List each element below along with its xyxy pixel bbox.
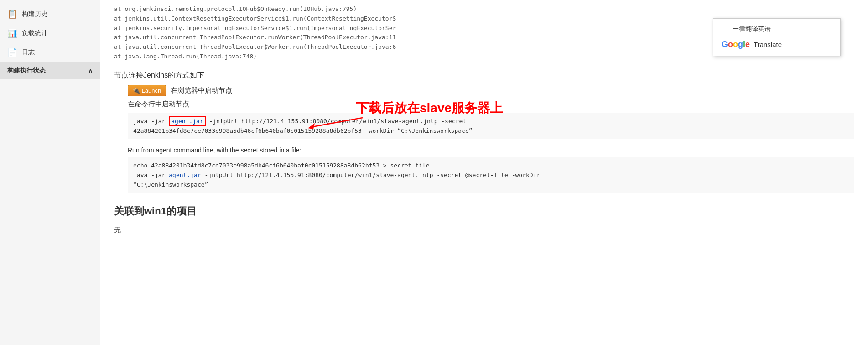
- chevron-up-icon: ∧: [88, 67, 93, 74]
- cmd-launch-text: 在命令行中启动节点: [128, 100, 189, 109]
- sidebar: 📋 构建历史 📊 负载统计 📄 日志 构建执行状态 ∧: [0, 0, 100, 345]
- sidebar-item-label: 构建历史: [22, 10, 47, 18]
- translate-branding: Google Translate: [722, 40, 832, 49]
- build-history-icon: 📋: [7, 9, 17, 19]
- translate-checkbox[interactable]: [722, 26, 728, 32]
- annotation-text: 下载后放在slave服务器上: [356, 99, 503, 117]
- connection-intro: 节点连接Jenkins的方式如下：: [114, 71, 854, 80]
- code-block-2: echo 42a884201b34fd8c7ce7033e998a5db46cf…: [128, 157, 854, 193]
- launch-button[interactable]: 🔌 Launch: [128, 85, 166, 96]
- no-items-text: 无: [114, 226, 854, 235]
- load-stats-icon: 📊: [7, 28, 17, 38]
- code-prefix-1: java -jar: [133, 118, 169, 125]
- code-cmd2-line1: echo 42a884201b34fd8c7ce7033e998a5db46cf…: [133, 162, 430, 169]
- bullet-item-browser: 🔌 Launch 在浏览器中启动节点: [128, 85, 854, 96]
- translate-text: Translate: [754, 41, 782, 48]
- translate-label: 一律翻译英语: [733, 25, 771, 33]
- code-line3-2: “C:\Jenkinsworkspace”: [133, 181, 208, 188]
- code-line2-1: 42a884201b34fd8c7ce7033e998a5db46cf6b640…: [133, 127, 473, 134]
- agent-jar-link-1[interactable]: agent.jar: [169, 116, 205, 126]
- translate-popup: 一律翻译英语 Google Translate: [713, 18, 841, 56]
- svg-marker-1: [308, 123, 315, 129]
- sidebar-section-build-status[interactable]: 构建执行状态 ∧: [0, 62, 100, 79]
- sidebar-item-label: 负载统计: [22, 29, 47, 37]
- translate-row: 一律翻译英语: [722, 25, 832, 33]
- agent-jar-link-2[interactable]: agent.jar: [169, 172, 201, 178]
- logs-icon: 📄: [7, 47, 17, 58]
- sidebar-item-build-history[interactable]: 📋 构建历史: [0, 5, 100, 24]
- run-from-agent-text: Run from agent command line, with the se…: [128, 146, 854, 154]
- sidebar-item-load-stats[interactable]: 📊 负载统计: [0, 24, 100, 43]
- sidebar-item-label: 日志: [22, 48, 35, 57]
- arrow-annotation: [303, 113, 367, 133]
- browser-launch-text: 在浏览器中启动节点: [171, 86, 232, 95]
- sidebar-item-logs[interactable]: 📄 日志: [0, 43, 100, 62]
- code-prefix-2: java -jar: [133, 172, 169, 178]
- stack-line-1: at org.jenkinsci.remoting.protocol.IOHub…: [114, 5, 854, 14]
- section-label: 构建执行状态: [7, 67, 46, 75]
- svg-line-0: [312, 118, 363, 127]
- code-suffix-2: -jnlpUrl http://121.4.155.91:8080/comput…: [201, 172, 541, 178]
- google-logo: Google: [722, 40, 750, 49]
- code-block-1: java -jar agent.jar -jnlpUrl http://121.…: [128, 113, 854, 140]
- section-heading: 关联到win1的项目: [114, 204, 854, 221]
